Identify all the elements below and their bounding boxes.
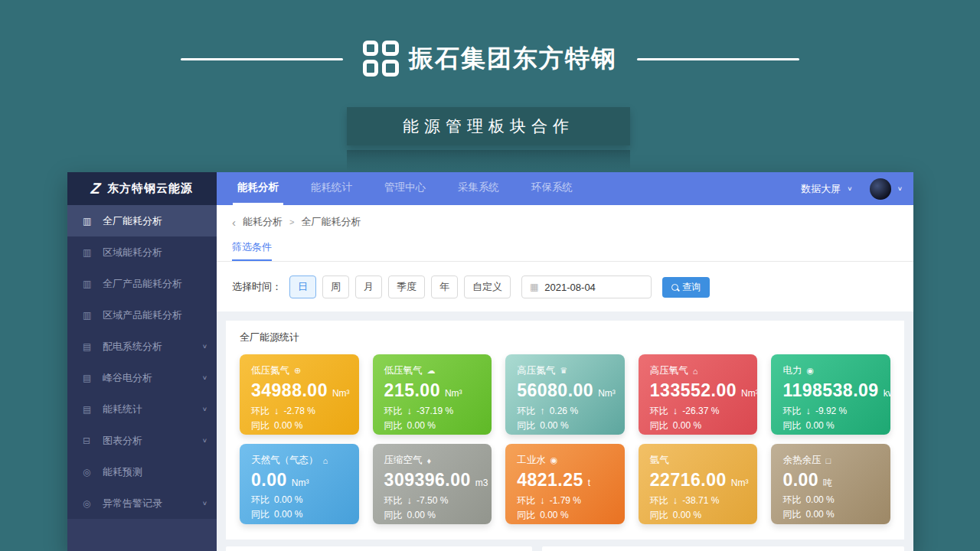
yoy-label: 同比 xyxy=(782,507,801,522)
top-navbar: 能耗分析能耗统计管理中心采集系统环保系统 数据大屏 ∨ ∨ xyxy=(217,172,913,205)
query-button[interactable]: 查询 xyxy=(662,277,710,298)
back-arrow-icon[interactable]: ‹ xyxy=(232,217,236,228)
card-unit: m3 xyxy=(475,478,488,488)
card-ratio-row: 环比 ↓ -26.37 % xyxy=(650,403,746,419)
card-unit: Nm³ xyxy=(598,388,616,399)
data-screen-link[interactable]: 数据大屏 xyxy=(801,182,841,196)
card-value-row: 0.00 吨 xyxy=(782,470,879,491)
card-value-row: 34988.00 Nm³ xyxy=(251,380,348,401)
breadcrumb-item[interactable]: 能耗分析 xyxy=(243,215,283,229)
time-option-button[interactable]: 年 xyxy=(431,276,458,298)
energy-card: 天然气（气态） ⌂ 0.00 Nm³ 环比 0.00 % 同比 0.00 % xyxy=(240,444,359,524)
card-name: 氩气 xyxy=(650,454,669,467)
card-yoy-row: 同比 0.00 % xyxy=(782,419,879,433)
ratio-value: -26.37 % xyxy=(682,404,719,419)
card-ratio-row: 环比 0.00 % xyxy=(782,493,879,507)
menu-icon: ▥ xyxy=(83,279,94,289)
nav-tab[interactable]: 管理中心 xyxy=(380,172,430,205)
sidebar-item[interactable]: ▤ 能耗统计 ∨ xyxy=(67,393,217,425)
menu-icon: ▤ xyxy=(83,373,94,383)
calendar-icon: ▦ xyxy=(530,282,538,292)
card-unit: 吨 xyxy=(823,477,832,490)
breadcrumb: ‹ 能耗分析 > 全厂能耗分析 xyxy=(217,215,913,238)
yoy-value: 0.00 % xyxy=(540,419,568,433)
chevron-down-icon: ∨ xyxy=(202,374,207,381)
avatar[interactable] xyxy=(870,178,891,200)
sidebar-menu: ▥ 全厂能耗分析 ∨ ▥ 区域能耗分析 ∨ ▥ 全厂产品能耗分析 ∨ ▥ 区域产… xyxy=(67,205,217,519)
tab-filter-conditions[interactable]: 筛选条件 xyxy=(232,240,272,261)
sidebar-item[interactable]: ▥ 区域产品能耗分析 ∨ xyxy=(67,299,217,331)
query-button-label: 查询 xyxy=(682,281,701,294)
nav-tab[interactable]: 环保系统 xyxy=(527,172,577,205)
chevron-down-icon: ∨ xyxy=(202,500,207,507)
energy-type-icon: ⌂ xyxy=(323,456,328,465)
sidebar-item[interactable]: ▥ 区域能耗分析 ∨ xyxy=(67,236,217,268)
decorative-line-right xyxy=(637,58,799,60)
app-brand-label: 东方特钢云能源 xyxy=(107,181,193,196)
nav-tab[interactable]: 采集系统 xyxy=(453,172,504,205)
menu-icon: ▤ xyxy=(83,404,94,415)
sidebar-item[interactable]: ⊟ 图表分析 ∨ xyxy=(67,425,217,456)
trend-arrow-icon: ↓ xyxy=(274,403,279,419)
energy-type-icon: □ xyxy=(825,456,831,465)
time-option-button[interactable]: 日 xyxy=(289,276,316,298)
grid-logo-icon xyxy=(363,41,400,77)
ratio-label: 环比 xyxy=(782,493,801,507)
sidebar-item[interactable]: ▥ 全厂能耗分析 ∨ xyxy=(67,205,217,236)
date-value: 2021-08-04 xyxy=(544,282,596,293)
time-option-button[interactable]: 自定义 xyxy=(464,276,511,298)
card-name: 余热余压 xyxy=(782,454,821,467)
trend-arrow-icon: ↓ xyxy=(407,493,413,508)
sidebar-item[interactable]: ◎ 异常告警记录 ∨ xyxy=(67,487,217,519)
trend-arrow-icon: ↓ xyxy=(407,403,413,419)
yoy-value: 0.00 % xyxy=(673,419,701,433)
chevron-down-icon: ∨ xyxy=(202,343,207,350)
bottom-panels xyxy=(226,546,904,551)
time-option-group: 日周月季度年自定义 xyxy=(289,276,517,298)
card-ratio-row: 环比 ↓ -1.79 % xyxy=(517,493,613,508)
card-unit: Nm³ xyxy=(292,478,309,488)
logo-square xyxy=(382,41,399,56)
card-value: 34988.00 xyxy=(251,380,328,401)
energy-type-icon: ◉ xyxy=(806,366,814,376)
time-option-button[interactable]: 月 xyxy=(355,276,382,298)
ratio-value: -9.92 % xyxy=(815,404,847,419)
nav-tab[interactable]: 能耗分析 xyxy=(233,172,283,205)
main-area: 能耗分析能耗统计管理中心采集系统环保系统 数据大屏 ∨ ∨ ‹ 能耗分析 > 全… xyxy=(217,172,913,551)
time-option-button[interactable]: 周 xyxy=(322,276,349,298)
breadcrumb-item-current: 全厂能耗分析 xyxy=(301,215,361,229)
sidebar-item-label: 异常告警记录 xyxy=(103,497,202,510)
card-value-row: 4821.25 t xyxy=(517,470,613,491)
yoy-label: 同比 xyxy=(782,419,801,433)
ratio-label: 环比 xyxy=(384,404,403,419)
card-title: 低压氮气 ⊕ xyxy=(251,364,348,377)
ratio-label: 环比 xyxy=(517,494,535,508)
sidebar-item[interactable]: ▤ 配电系统分析 ∨ xyxy=(67,331,217,362)
yoy-value: 0.00 % xyxy=(673,508,701,523)
card-name: 低压氧气 xyxy=(384,364,423,377)
filter-tab-row: 筛选条件 xyxy=(217,238,913,261)
date-picker-input[interactable]: ▦ 2021-08-04 xyxy=(521,276,652,298)
energy-card: 低压氧气 ☁ 215.00 Nm³ 环比 ↓ -37.19 % 同比 0.00 … xyxy=(373,354,492,435)
sidebar-item[interactable]: ▤ 峰谷电分析 ∨ xyxy=(67,362,217,393)
card-value-row: 22716.00 Nm³ xyxy=(650,470,746,491)
time-option-button[interactable]: 季度 xyxy=(388,276,425,298)
card-yoy-row: 同比 0.00 % xyxy=(251,419,348,433)
sidebar-item-label: 全厂能耗分析 xyxy=(103,214,202,228)
menu-icon: ▥ xyxy=(83,247,94,258)
ratio-label: 环比 xyxy=(650,404,668,419)
card-name: 压缩空气 xyxy=(384,454,423,467)
card-ratio-row: 环比 ↓ -2.78 % xyxy=(251,403,348,419)
energy-card: 高压氮气 ♛ 56080.00 Nm³ 环比 ↑ 0.26 % 同比 0.00 … xyxy=(505,354,625,435)
card-unit: kw.h xyxy=(884,388,890,399)
nav-tab[interactable]: 能耗统计 xyxy=(306,172,357,205)
energy-type-icon: ⌂ xyxy=(693,367,698,376)
stats-panel: 全厂能源统计 低压氮气 ⊕ 34988.00 Nm³ 环比 ↓ -2.78 % … xyxy=(226,321,904,540)
chevron-down-icon[interactable]: ∨ xyxy=(847,185,852,192)
sidebar-item[interactable]: ▥ 全厂产品能耗分析 ∨ xyxy=(67,268,217,299)
chevron-down-icon[interactable]: ∨ xyxy=(897,185,903,192)
ratio-label: 环比 xyxy=(251,493,270,507)
sidebar-item[interactable]: ◎ 能耗预测 ∨ xyxy=(67,456,217,487)
sidebar: Z 东方特钢云能源 ▥ 全厂能耗分析 ∨ ▥ 区域能耗分析 ∨ ▥ 全厂产品能耗… xyxy=(67,172,217,551)
app-brand: Z 东方特钢云能源 xyxy=(67,172,217,205)
